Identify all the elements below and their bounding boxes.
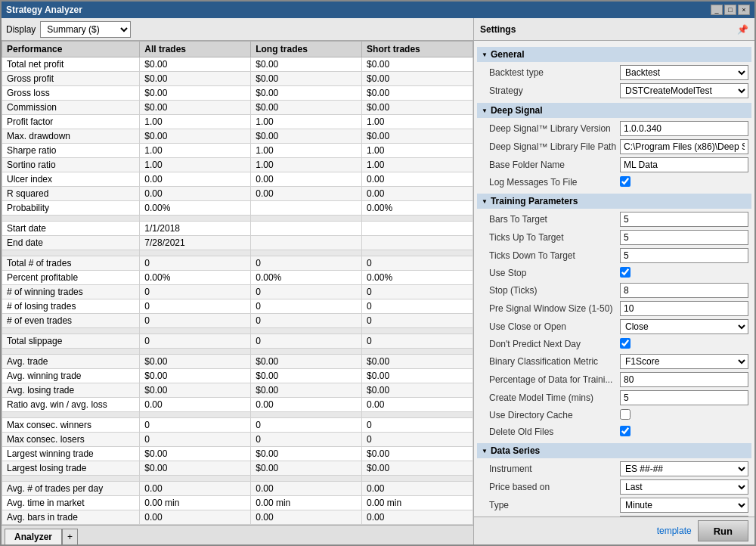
section-training[interactable]: ▼ Training Parameters (477, 194, 751, 209)
pct-data-row: Percentage of Data for Traini... (477, 371, 751, 389)
all-value: 0.00 (140, 398, 251, 412)
add-tab-button[interactable]: + (62, 529, 78, 544)
long-value (251, 222, 362, 236)
use-close-open-label: Use Close or Open (489, 321, 620, 332)
pre-signal-row: Pre Signal Window Size (1-50) (477, 299, 751, 318)
type-select[interactable]: Minute (620, 498, 748, 513)
short-value: 1.00 (362, 115, 473, 129)
header-short-trades: Short trades (362, 42, 473, 57)
strategy-select[interactable]: DSTCreateModelTest (620, 83, 748, 98)
long-value: $0.00 (251, 461, 362, 476)
long-value: 0 (251, 299, 362, 314)
table-row: Sortino ratio 1.00 1.00 1.00 (2, 158, 473, 172)
short-value: 0 (362, 334, 473, 349)
long-value: $0.00 (251, 447, 362, 461)
use-stop-checkbox[interactable] (620, 267, 631, 278)
perf-label: Commission (2, 101, 140, 115)
template-link[interactable]: template (657, 526, 692, 536)
binary-metric-select[interactable]: F1Score (620, 354, 748, 369)
use-close-open-row: Use Close or Open Close Open (477, 318, 751, 336)
short-value: 0.00 (362, 510, 473, 525)
short-value: 0 (362, 299, 473, 314)
table-row: Avg. trade $0.00 $0.00 $0.00 (2, 355, 473, 369)
minimize-button[interactable]: _ (711, 5, 723, 15)
pct-data-input[interactable] (620, 372, 748, 387)
long-value: 0 (251, 418, 362, 433)
all-value: $0.00 (140, 101, 251, 115)
instrument-select[interactable]: ES ##-## (620, 461, 748, 476)
ticks-up-label: Ticks Up To Target (489, 232, 620, 243)
use-directory-checkbox[interactable] (620, 409, 631, 420)
use-stop-row: Use Stop (477, 265, 751, 281)
perf-label: # of winning trades (2, 285, 140, 299)
all-value: 1/1/2018 (140, 222, 251, 236)
all-value: $0.00 (140, 86, 251, 101)
settings-scroll[interactable]: ▼ General Backtest type Backtest Strateg… (474, 41, 754, 517)
price-based-row: Price based on Last (477, 478, 751, 496)
short-value: 0.00 min (362, 496, 473, 510)
short-value: $0.00 (362, 129, 473, 144)
perf-label: Largest winning trade (2, 447, 140, 461)
section-deep-signal[interactable]: ▼ Deep Signal (477, 103, 751, 118)
library-version-label: Deep Signal™ Library Version (489, 123, 620, 134)
type-row: Type Minute (477, 496, 751, 514)
maximize-button[interactable]: □ (724, 5, 736, 15)
use-stop-label: Use Stop (489, 268, 620, 278)
delete-old-checkbox[interactable] (620, 426, 631, 436)
price-based-select[interactable]: Last (620, 479, 748, 495)
use-close-open-select[interactable]: Close Open (620, 319, 748, 334)
tab-analyzer[interactable]: Analyzer (5, 529, 62, 544)
display-select[interactable]: Summary ($) Summary (%) Details (40, 21, 131, 38)
library-version-input[interactable] (620, 121, 748, 136)
ticks-up-input[interactable] (620, 230, 748, 245)
base-folder-row: Base Folder Name (477, 156, 751, 174)
run-button[interactable]: Run (698, 520, 748, 541)
short-value: 0.00% (362, 201, 473, 216)
close-button[interactable]: × (738, 5, 750, 15)
library-version-row: Deep Signal™ Library Version (477, 119, 751, 138)
all-value: 0.00% (140, 201, 251, 216)
ticks-down-input[interactable] (620, 248, 748, 263)
settings-pin-icon[interactable]: 📌 (737, 24, 748, 35)
pre-signal-input[interactable] (620, 301, 748, 316)
long-value: 0 (251, 314, 362, 328)
table-row: Sharpe ratio 1.00 1.00 1.00 (2, 144, 473, 158)
all-value: 0.00 (140, 172, 251, 187)
main-window: Strategy Analyzer _ □ × Display Summary … (0, 0, 756, 546)
tab-bar: Analyzer + (2, 525, 473, 544)
perf-label: Avg. # of trades per day (2, 482, 140, 496)
short-value: $0.00 (362, 447, 473, 461)
all-value: $0.00 (140, 447, 251, 461)
training-triangle: ▼ (482, 198, 488, 205)
instrument-row: Instrument ES ##-## (477, 460, 751, 478)
dont-predict-label: Don't Predict Next Day (489, 339, 620, 349)
section-general[interactable]: ▼ General (477, 47, 751, 62)
general-triangle: ▼ (482, 51, 488, 58)
bars-to-target-row: Bars To Target (477, 210, 751, 228)
short-value: 0.00% (362, 271, 473, 285)
perf-label: Ulcer index (2, 172, 140, 187)
perf-label: Avg. bars in trade (2, 510, 140, 525)
bars-to-target-input[interactable] (620, 212, 748, 227)
deep-signal-label: Deep Signal (491, 105, 543, 116)
library-path-row: Deep Signal™ Library File Path (477, 138, 751, 156)
long-value: $0.00 (251, 383, 362, 398)
stop-ticks-input[interactable] (620, 283, 748, 298)
perf-label: Percent profitable (2, 271, 140, 285)
settings-header: Settings 📌 (474, 18, 754, 41)
all-value: 0.00 (140, 482, 251, 496)
base-folder-input[interactable] (620, 157, 748, 172)
create-model-label: Create Model Time (mins) (489, 392, 620, 403)
all-value: 0 (140, 299, 251, 314)
table-row: Gross loss $0.00 $0.00 $0.00 (2, 86, 473, 101)
backtest-type-select[interactable]: Backtest (620, 65, 748, 80)
library-path-input[interactable] (620, 139, 748, 154)
dont-predict-checkbox[interactable] (620, 338, 631, 349)
strategy-label: Strategy (489, 85, 620, 96)
create-model-input[interactable] (620, 390, 748, 405)
long-value: 0.00 (251, 398, 362, 412)
section-data-series[interactable]: ▼ Data Series (477, 443, 751, 458)
long-value: 0.00 (251, 187, 362, 201)
long-value: 0 (251, 285, 362, 299)
log-messages-checkbox[interactable] (620, 176, 631, 187)
